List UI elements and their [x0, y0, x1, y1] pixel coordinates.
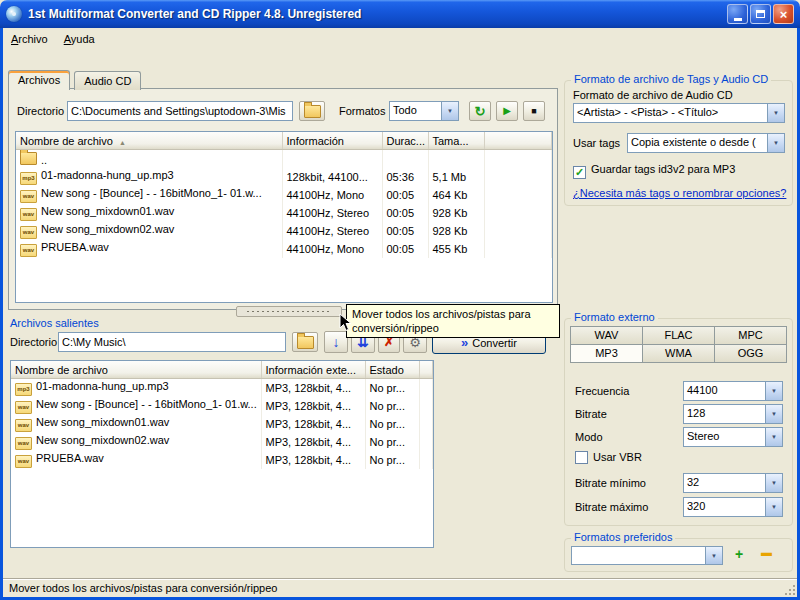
menubar: Archivo Ayuda — [3, 28, 797, 49]
status-text: Mover todos los archivos/pistas para con… — [9, 582, 277, 594]
stop-button[interactable]: ■ — [523, 101, 545, 121]
chevron-down-icon: ▼ — [765, 405, 782, 423]
format-tab-mp3[interactable]: MP3 — [570, 344, 643, 363]
column-header[interactable]: Estado — [365, 361, 419, 379]
source-tabs: Archivos Audio CD — [8, 70, 142, 89]
resize-grip[interactable] — [783, 583, 795, 595]
file-name: New song_mixdown02.wav — [36, 434, 169, 446]
bitrate-value: 128 — [684, 405, 765, 423]
format-tab-flac[interactable]: FLAC — [642, 326, 715, 345]
arrow-down-icon: ↓ — [333, 335, 340, 349]
chevron-down-icon: ▼ — [767, 134, 784, 152]
play-button[interactable]: ▶ — [496, 101, 518, 121]
cell-name: mp301-madonna-hung_up.mp3 — [11, 379, 261, 398]
cell-name: wavPRUEBA.wav — [11, 451, 261, 469]
vbr-checkbox[interactable] — [575, 451, 588, 464]
format-tab-ogg[interactable]: OGG — [714, 344, 787, 363]
cell-duration: 05:36 — [382, 168, 428, 186]
audio-cd-format-select[interactable]: <Artista> - <Pista> - <Título> ▼ — [573, 103, 785, 123]
cell-duration: 00:05 — [382, 204, 428, 222]
cell-name: mp301-madonna-hung_up.mp3 — [16, 168, 282, 186]
formats-select[interactable]: Todo ▼ — [389, 101, 459, 121]
cell-info: MP3, 128kbit, 4... — [261, 433, 365, 451]
remove-format-button[interactable]: ▬ — [761, 546, 772, 558]
refresh-button[interactable]: ↻ — [469, 101, 491, 121]
file-row[interactable]: wavNew song - [Bounce] - - 16bitMono_1- … — [11, 397, 433, 415]
file-name: PRUEBA.wav — [41, 241, 109, 253]
chevron-down-icon: ▼ — [767, 104, 784, 122]
vbr-checkbox-label: Usar VBR — [593, 451, 642, 463]
id3v2-checkbox-row[interactable]: ✓Guardar tags id3v2 para MP3 — [573, 163, 735, 179]
column-header[interactable]: Nombre de archivo▲ — [16, 132, 282, 150]
preferred-formats-select[interactable]: ▼ — [571, 546, 723, 565]
format-tabs: WAVFLACMPCMP3WMAOGG — [571, 327, 787, 363]
chevron-down-icon: ▼ — [441, 102, 458, 120]
file-row[interactable]: mp301-madonna-hung_up.mp3MP3, 128kbit, 4… — [11, 379, 433, 398]
browse-output-folder-button[interactable] — [292, 332, 318, 352]
bitrate-select[interactable]: 128 ▼ — [683, 404, 783, 424]
preferred-formats-value — [572, 547, 705, 564]
format-tab-wma[interactable]: WMA — [642, 344, 715, 363]
move-selected-button[interactable]: ↓ — [324, 331, 348, 353]
column-header[interactable]: Nombre de archivo — [11, 361, 261, 379]
cell-info: 44100Hz, Mono — [282, 186, 382, 204]
cell-filler — [419, 379, 433, 398]
more-tags-link[interactable]: ¿Necesita más tags o renombrar opciones? — [573, 187, 786, 199]
file-row[interactable]: wavPRUEBA.wav44100Hz, Mono00:05455 Kb — [16, 240, 552, 258]
bitrate-min-value: 32 — [684, 474, 765, 492]
column-header[interactable]: Información — [282, 132, 382, 150]
preferred-formats-group-title: Formatos preferidos — [571, 531, 675, 543]
tab-archivos[interactable]: Archivos — [8, 70, 70, 90]
column-header[interactable]: Durac... — [382, 132, 428, 150]
menu-ayuda[interactable]: Ayuda — [56, 30, 103, 48]
use-tags-select[interactable]: Copia existente o desde ( ▼ — [627, 133, 785, 153]
wav-file-icon: wav — [15, 419, 32, 432]
file-row[interactable]: wavNew song_mixdown02.wavMP3, 128kbit, 4… — [11, 433, 433, 451]
format-tab-mpc[interactable]: MPC — [714, 326, 787, 345]
cell-status: No pr... — [365, 451, 419, 469]
splitter-handle[interactable] — [236, 306, 342, 317]
column-header-label: Nombre de archivo — [15, 364, 108, 376]
file-row[interactable]: mp301-madonna-hung_up.mp3128kbit, 44100.… — [16, 168, 552, 186]
cell-status: No pr... — [365, 397, 419, 415]
browse-source-folder-button[interactable] — [299, 101, 325, 121]
tab-audio-cd[interactable]: Audio CD — [74, 71, 141, 90]
file-name: New song - [Bounce] - - 16bitMono_1- 01.… — [36, 398, 257, 410]
file-row[interactable]: wavPRUEBA.wavMP3, 128kbit, 4...No pr... — [11, 451, 433, 469]
cell-info: 44100Hz, Mono — [282, 240, 382, 258]
bitrate-max-label: Bitrate máximo — [575, 501, 648, 513]
formats-select-value: Todo — [390, 102, 441, 120]
bitrate-max-select[interactable]: 320 ▼ — [683, 497, 783, 517]
file-row[interactable]: wavNew song_mixdown02.wav44100Hz, Stereo… — [16, 222, 552, 240]
file-row[interactable]: wavNew song_mixdown01.wav44100Hz, Stereo… — [16, 204, 552, 222]
column-header[interactable]: Información exte... — [261, 361, 365, 379]
wav-file-icon: wav — [20, 244, 37, 257]
vbr-checkbox-row[interactable]: Usar VBR — [575, 451, 642, 464]
frequency-select[interactable]: 44100 ▼ — [683, 381, 783, 401]
titlebar[interactable]: 1st Multiformat Converter and CD Ripper … — [0, 0, 800, 28]
cell-duration: 00:05 — [382, 222, 428, 240]
file-row[interactable]: .. — [16, 150, 552, 169]
cell-info: MP3, 128kbit, 4... — [261, 451, 365, 469]
column-header[interactable]: Tama... — [428, 132, 484, 150]
output-directory-input[interactable] — [58, 332, 286, 352]
maximize-icon — [756, 10, 765, 18]
stop-icon: ■ — [531, 107, 536, 116]
menu-archivo[interactable]: Archivo — [3, 30, 56, 48]
column-header-label: Información exte... — [266, 364, 357, 376]
id3v2-checkbox-label: Guardar tags id3v2 para MP3 — [591, 163, 735, 175]
source-directory-input[interactable] — [67, 101, 293, 121]
maximize-button[interactable] — [750, 4, 771, 24]
frequency-value: 44100 — [684, 382, 765, 400]
mode-select[interactable]: Stereo ▼ — [683, 427, 783, 447]
id3v2-checkbox[interactable]: ✓ — [573, 166, 586, 179]
file-row[interactable]: wavNew song - [Bounce] - - 16bitMono_1- … — [16, 186, 552, 204]
minimize-button[interactable] — [727, 4, 748, 24]
file-name: New song_mixdown01.wav — [36, 416, 169, 428]
file-row[interactable]: wavNew song_mixdown01.wavMP3, 128kbit, 4… — [11, 415, 433, 433]
close-button[interactable]: × — [773, 4, 794, 24]
format-tab-wav[interactable]: WAV — [570, 326, 643, 345]
bitrate-min-select[interactable]: 32 ▼ — [683, 473, 783, 493]
add-format-button[interactable]: + — [735, 546, 743, 562]
chevron-down-icon: ▼ — [705, 547, 722, 564]
